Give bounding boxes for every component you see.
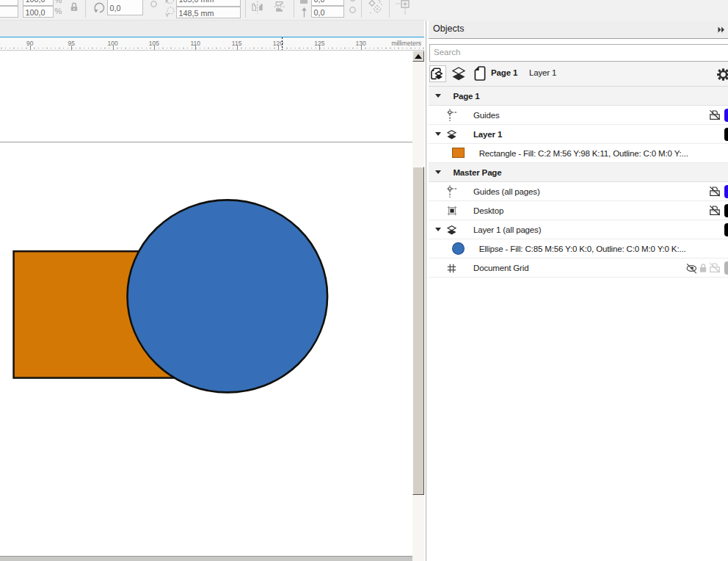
- gear-icon[interactable]: [717, 68, 728, 81]
- ruler-minor-tick: [220, 48, 221, 49]
- position-y-field[interactable]: [0, 6, 18, 18]
- mirror-vertical-icon[interactable]: [274, 1, 286, 13]
- printable-off-icon[interactable]: [710, 110, 720, 120]
- ruler-minor-tick: [175, 48, 175, 49]
- guides-icon: [447, 109, 459, 122]
- anchor-radio-bottom[interactable]: [349, 7, 356, 13]
- horizontal-scrollbar[interactable]: [0, 556, 412, 561]
- vertical-scrollbar[interactable]: [412, 51, 424, 561]
- toolbar-separator: [389, 0, 390, 18]
- tree-row-layer-1[interactable]: Layer 1: [429, 125, 728, 144]
- ruler-minor-tick: [162, 48, 163, 49]
- ruler-minor-tick: [92, 48, 92, 49]
- layers-view-icon[interactable]: [452, 67, 465, 82]
- ruler-minor-tick: [150, 48, 150, 49]
- collapse-arrow-icon[interactable]: [435, 228, 441, 231]
- ruler-minor-tick: [349, 48, 349, 49]
- search-input[interactable]: Search: [429, 44, 728, 62]
- rotation-center-y-icon: Y: [165, 7, 175, 17]
- printable-off-icon[interactable]: [710, 263, 720, 273]
- layer-color-chip[interactable]: [724, 223, 728, 236]
- document-grid-icon: [447, 264, 456, 273]
- ruler-minor-tick: [179, 48, 180, 49]
- pages-view-icon[interactable]: [474, 66, 486, 82]
- ruler-minor-tick: [43, 48, 43, 49]
- ruler-minor-tick: [233, 48, 233, 49]
- rotation-angle-field[interactable]: 0,0: [107, 0, 144, 15]
- canvas-shapes: [0, 51, 412, 561]
- ruler-minor-tick: [76, 48, 76, 49]
- ruler-label: 115: [232, 40, 242, 47]
- ruler-minor-tick: [208, 48, 208, 49]
- ruler-label: 110: [190, 40, 200, 47]
- ruler-minor-tick: [159, 48, 159, 49]
- horizontal-ruler[interactable]: 9095100105110115120125130millimeters: [0, 37, 425, 51]
- ruler-minor-tick: [394, 48, 395, 49]
- tree-row-guides-all-pages[interactable]: Guides (all pages): [429, 182, 728, 201]
- drawing-canvas[interactable]: [0, 51, 412, 561]
- docker-title: Objects: [433, 23, 464, 34]
- scroll-up-arrow-icon: [414, 54, 423, 59]
- vertical-scroll-thumb[interactable]: [412, 167, 424, 495]
- collapse-docker-icon[interactable]: [718, 26, 725, 33]
- skew-h-field[interactable]: 0,0: [311, 0, 344, 6]
- anchor-radio-top[interactable]: [150, 1, 157, 7]
- ruler-minor-tick: [402, 48, 403, 49]
- ruler-minor-tick: [22, 48, 23, 49]
- field-value: 100,0: [26, 0, 46, 4]
- anchor-radio-mid[interactable]: [349, 0, 356, 1]
- tree-row-page-1[interactable]: Page 1: [429, 87, 728, 106]
- ellipse-shape[interactable]: [127, 200, 327, 392]
- layer-color-chip[interactable]: [724, 261, 728, 275]
- ruler-minor-tick: [212, 48, 213, 49]
- printable-off-icon[interactable]: [710, 206, 720, 216]
- ruler-minor-tick: [369, 48, 370, 49]
- ruler-minor-tick: [137, 48, 138, 49]
- pages-layers-icon: [430, 66, 445, 82]
- position-x-field[interactable]: [0, 0, 18, 6]
- rotation-center-x-field[interactable]: 105,0 mm: [176, 0, 241, 7]
- visibility-off-icon[interactable]: [686, 264, 697, 274]
- lock-ratio-icon[interactable]: [70, 1, 79, 12]
- collapse-arrow-icon[interactable]: [435, 94, 441, 98]
- tree-row-master-page[interactable]: Master Page: [429, 163, 728, 182]
- printable-off-icon[interactable]: [710, 187, 720, 197]
- collapse-arrow-icon[interactable]: [435, 132, 441, 136]
- layer-icon: [447, 225, 456, 235]
- tree-row-ellipse[interactable]: Ellipse - Fill: C:85 M:56 Y:0 K:0, Outli…: [429, 239, 728, 258]
- snap-relative-icon[interactable]: [368, 0, 382, 15]
- tree-row-document-grid[interactable]: Document Grid: [429, 258, 728, 278]
- tree-row-guides[interactable]: Guides: [429, 106, 728, 125]
- ruler-minor-tick: [374, 48, 374, 49]
- ruler-minor-tick: [51, 48, 51, 49]
- toolbar-separator: [361, 0, 362, 18]
- ruler-minor-tick: [410, 48, 411, 49]
- toolbar-separator: [245, 0, 246, 18]
- tree-row-desktop[interactable]: Desktop: [429, 201, 728, 220]
- ruler-minor-tick: [26, 48, 26, 49]
- ruler-minor-tick: [299, 48, 299, 49]
- skew-v-field[interactable]: 0,0: [311, 6, 344, 18]
- layer-color-chip[interactable]: [724, 128, 728, 141]
- ruler-minor-tick: [382, 48, 382, 49]
- collapse-arrow-icon[interactable]: [435, 170, 441, 174]
- scroll-up-button[interactable]: [412, 51, 424, 62]
- ruler-label: 125: [314, 40, 324, 47]
- toolbar-separator: [85, 0, 86, 18]
- pages-layers-view-button[interactable]: [429, 65, 446, 82]
- rotation-center-y-field[interactable]: 148,5 mm: [176, 7, 241, 18]
- tree-row-layer-1-all-pages[interactable]: Layer 1 (all pages): [429, 220, 728, 239]
- copy-anchor-icon[interactable]: [396, 0, 410, 15]
- ruler-minor-tick: [332, 48, 332, 49]
- layer-color-chip[interactable]: [724, 185, 728, 198]
- scale-v-field[interactable]: 100,0: [23, 6, 54, 18]
- ruler-minor-tick: [142, 48, 142, 49]
- layer-color-chip[interactable]: [724, 109, 728, 122]
- lock-icon[interactable]: [699, 263, 707, 273]
- mirror-horizontal-icon[interactable]: [252, 1, 264, 14]
- scale-h-field[interactable]: 100,0: [23, 0, 54, 6]
- layer-color-chip[interactable]: [724, 204, 728, 217]
- ruler-minor-tick: [266, 48, 266, 49]
- tree-row-rectangle[interactable]: Rectangle - Fill: C:2 M:56 Y:98 K:11, Ou…: [429, 144, 728, 163]
- ruler-minor-tick: [228, 48, 229, 49]
